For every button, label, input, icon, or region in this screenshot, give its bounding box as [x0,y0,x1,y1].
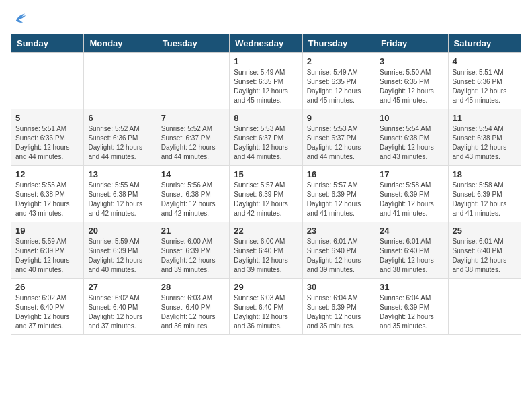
day-info: Sunrise: 6:04 AM Sunset: 6:39 PM Dayligh… [307,293,371,331]
calendar-cell: 13Sunrise: 5:55 AM Sunset: 6:38 PM Dayli… [84,166,157,222]
calendar-week-row: 19Sunrise: 5:59 AM Sunset: 6:39 PM Dayli… [11,222,521,279]
day-info: Sunrise: 5:54 AM Sunset: 6:38 PM Dayligh… [453,124,517,162]
calendar-cell: 27Sunrise: 6:02 AM Sunset: 6:40 PM Dayli… [84,279,157,335]
day-number: 16 [307,169,371,179]
day-number: 25 [453,226,517,236]
calendar-cell: 26Sunrise: 6:02 AM Sunset: 6:40 PM Dayli… [11,279,84,335]
day-info: Sunrise: 5:58 AM Sunset: 6:39 PM Dayligh… [453,181,517,218]
day-number: 19 [15,226,79,236]
calendar-week-row: 12Sunrise: 5:55 AM Sunset: 6:38 PM Dayli… [11,166,521,222]
calendar-table: SundayMondayTuesdayWednesdayThursdayFrid… [11,34,521,335]
calendar-cell: 19Sunrise: 5:59 AM Sunset: 6:39 PM Dayli… [11,222,84,279]
calendar-cell [11,53,84,109]
day-number: 21 [161,226,225,236]
calendar-cell: 20Sunrise: 5:59 AM Sunset: 6:39 PM Dayli… [84,222,157,279]
day-number: 27 [88,282,152,292]
day-info: Sunrise: 5:53 AM Sunset: 6:37 PM Dayligh… [307,124,371,162]
calendar-cell: 15Sunrise: 5:57 AM Sunset: 6:39 PM Dayli… [230,166,302,222]
calendar-cell: 28Sunrise: 6:03 AM Sunset: 6:40 PM Dayli… [157,279,229,335]
day-header-saturday: Saturday [448,34,521,53]
day-number: 29 [234,282,298,292]
day-number: 23 [307,226,371,236]
day-info: Sunrise: 5:56 AM Sunset: 6:38 PM Dayligh… [161,181,225,218]
day-info: Sunrise: 5:57 AM Sunset: 6:39 PM Dayligh… [234,181,298,218]
day-info: Sunrise: 5:55 AM Sunset: 6:38 PM Dayligh… [15,181,79,218]
day-number: 12 [15,169,79,179]
calendar-week-row: 26Sunrise: 6:02 AM Sunset: 6:40 PM Dayli… [11,279,521,335]
day-info: Sunrise: 6:04 AM Sunset: 6:39 PM Dayligh… [380,293,443,331]
day-number: 17 [380,169,443,179]
day-number: 13 [88,169,152,179]
day-info: Sunrise: 6:02 AM Sunset: 6:40 PM Dayligh… [15,293,79,331]
calendar-cell: 22Sunrise: 6:00 AM Sunset: 6:40 PM Dayli… [230,222,302,279]
day-number: 1 [234,56,298,66]
calendar-cell: 2Sunrise: 5:49 AM Sunset: 6:35 PM Daylig… [302,53,375,109]
calendar-cell: 30Sunrise: 6:04 AM Sunset: 6:39 PM Dayli… [302,279,375,335]
day-info: Sunrise: 6:01 AM Sunset: 6:40 PM Dayligh… [453,237,517,275]
day-info: Sunrise: 5:54 AM Sunset: 6:38 PM Dayligh… [380,124,443,162]
day-number: 3 [380,56,443,66]
day-header-friday: Friday [375,34,448,53]
calendar-cell: 5Sunrise: 5:51 AM Sunset: 6:36 PM Daylig… [11,109,84,166]
day-header-thursday: Thursday [302,34,375,53]
calendar-cell: 24Sunrise: 6:01 AM Sunset: 6:40 PM Dayli… [375,222,448,279]
day-info: Sunrise: 6:03 AM Sunset: 6:40 PM Dayligh… [161,293,225,331]
day-number: 7 [161,113,225,123]
calendar-week-row: 1Sunrise: 5:49 AM Sunset: 6:35 PM Daylig… [11,53,521,109]
day-number: 4 [453,56,517,66]
day-number: 14 [161,169,225,179]
day-info: Sunrise: 6:01 AM Sunset: 6:40 PM Dayligh… [380,237,443,275]
day-info: Sunrise: 6:00 AM Sunset: 6:40 PM Dayligh… [234,237,298,275]
calendar-cell: 12Sunrise: 5:55 AM Sunset: 6:38 PM Dayli… [11,166,84,222]
day-info: Sunrise: 5:52 AM Sunset: 6:36 PM Dayligh… [88,124,152,162]
day-info: Sunrise: 5:51 AM Sunset: 6:36 PM Dayligh… [453,68,517,105]
calendar-cell: 3Sunrise: 5:50 AM Sunset: 6:35 PM Daylig… [375,53,448,109]
calendar-cell: 16Sunrise: 5:57 AM Sunset: 6:39 PM Dayli… [302,166,375,222]
day-info: Sunrise: 5:49 AM Sunset: 6:35 PM Dayligh… [307,68,371,105]
day-header-monday: Monday [84,34,157,53]
day-info: Sunrise: 6:01 AM Sunset: 6:40 PM Dayligh… [307,237,371,275]
day-number: 15 [234,169,298,179]
calendar-week-row: 5Sunrise: 5:51 AM Sunset: 6:36 PM Daylig… [11,109,521,166]
calendar-cell: 4Sunrise: 5:51 AM Sunset: 6:36 PM Daylig… [448,53,521,109]
calendar-cell: 8Sunrise: 5:53 AM Sunset: 6:37 PM Daylig… [230,109,302,166]
logo-bird-icon [12,11,27,26]
day-number: 11 [453,113,517,123]
calendar-cell: 14Sunrise: 5:56 AM Sunset: 6:38 PM Dayli… [157,166,229,222]
day-number: 24 [380,226,443,236]
day-info: Sunrise: 5:53 AM Sunset: 6:37 PM Dayligh… [234,124,298,162]
calendar-cell [157,53,229,109]
calendar-cell: 18Sunrise: 5:58 AM Sunset: 6:39 PM Dayli… [448,166,521,222]
day-info: Sunrise: 5:57 AM Sunset: 6:39 PM Dayligh… [307,181,371,218]
calendar-cell: 25Sunrise: 6:01 AM Sunset: 6:40 PM Dayli… [448,222,521,279]
day-info: Sunrise: 5:59 AM Sunset: 6:39 PM Dayligh… [88,237,152,275]
day-number: 5 [15,113,79,123]
day-number: 9 [307,113,371,123]
day-number: 28 [161,282,225,292]
calendar-cell: 7Sunrise: 5:52 AM Sunset: 6:37 PM Daylig… [157,109,229,166]
calendar-cell: 10Sunrise: 5:54 AM Sunset: 6:38 PM Dayli… [375,109,448,166]
calendar-cell [84,53,157,109]
day-info: Sunrise: 5:59 AM Sunset: 6:39 PM Dayligh… [15,237,79,275]
calendar-cell: 6Sunrise: 5:52 AM Sunset: 6:36 PM Daylig… [84,109,157,166]
calendar-cell: 17Sunrise: 5:58 AM Sunset: 6:39 PM Dayli… [375,166,448,222]
day-header-wednesday: Wednesday [230,34,302,53]
calendar-header-row: SundayMondayTuesdayWednesdayThursdayFrid… [11,34,521,53]
day-number: 10 [380,113,443,123]
calendar-cell: 23Sunrise: 6:01 AM Sunset: 6:40 PM Dayli… [302,222,375,279]
calendar-cell: 1Sunrise: 5:49 AM Sunset: 6:35 PM Daylig… [230,53,302,109]
day-info: Sunrise: 6:02 AM Sunset: 6:40 PM Dayligh… [88,293,152,331]
day-number: 20 [88,226,152,236]
page-header [11,11,521,26]
day-header-sunday: Sunday [11,34,84,53]
day-info: Sunrise: 6:03 AM Sunset: 6:40 PM Dayligh… [234,293,298,331]
day-number: 30 [307,282,371,292]
calendar-cell: 29Sunrise: 6:03 AM Sunset: 6:40 PM Dayli… [230,279,302,335]
logo [11,11,27,26]
calendar-cell: 31Sunrise: 6:04 AM Sunset: 6:39 PM Dayli… [375,279,448,335]
day-number: 31 [380,282,443,292]
day-info: Sunrise: 6:00 AM Sunset: 6:39 PM Dayligh… [161,237,225,275]
day-info: Sunrise: 5:49 AM Sunset: 6:35 PM Dayligh… [234,68,298,105]
calendar-cell: 11Sunrise: 5:54 AM Sunset: 6:38 PM Dayli… [448,109,521,166]
day-number: 26 [15,282,79,292]
